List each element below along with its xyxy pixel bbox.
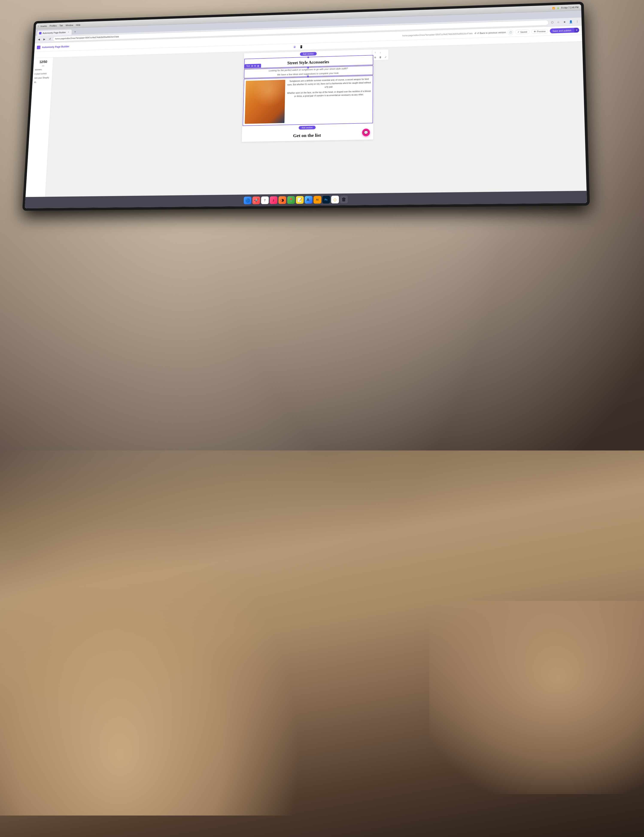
dock-launchpad[interactable]: 🚀 xyxy=(252,197,260,204)
saved-check-icon: ✓ xyxy=(518,31,519,33)
pb-logo-icon xyxy=(37,46,40,49)
sidebar-shopify-text: rom your Shopify xyxy=(34,76,51,79)
browser-chrome: Automizely Page Builder × + ◀ ▶ ↺ home-p… xyxy=(25,10,587,208)
tab-label: Automizely Page Builder xyxy=(43,31,66,34)
move-down-button[interactable]: ↓ xyxy=(378,50,383,55)
toolbar-row-2: ⧉ 🗑 ⤢ xyxy=(373,55,388,60)
add-section-middle-label: Add section xyxy=(302,126,313,129)
back-label: ↺ Back to previous version xyxy=(477,31,506,35)
nav-forward-button[interactable]: ▶ xyxy=(42,37,47,42)
preview-label: Preview xyxy=(537,30,546,33)
delete-section-button[interactable]: 🗑 xyxy=(378,55,383,60)
expand-section-button[interactable]: ⤢ xyxy=(383,55,388,59)
star-button[interactable]: ★ xyxy=(562,19,567,25)
sidebar-current-text: e your current xyxy=(34,72,51,75)
nav-refresh-button[interactable]: ↺ xyxy=(48,36,52,41)
bookmark-button[interactable]: ☆ xyxy=(556,20,561,25)
dock-notes[interactable]: 📝 xyxy=(296,196,303,204)
text-block-toolbar: Text ⊞ ⧉ 🗑 xyxy=(244,64,261,68)
text-block-label: Text xyxy=(246,65,250,67)
copy-section-button[interactable]: ⧉ xyxy=(373,55,378,60)
page-builder-app: Automizely Page Builder home-page/editor… xyxy=(25,26,587,208)
saved-badge: ✓ Saved xyxy=(515,30,529,34)
dock-finder[interactable]: 🔵 xyxy=(244,197,251,204)
dropdown-arrow-icon: ▾ xyxy=(576,29,577,31)
history-button[interactable]: 🕐 xyxy=(508,30,513,35)
menu-window[interactable]: Window xyxy=(66,24,73,26)
text-copy-icon[interactable]: ⧉ xyxy=(254,64,256,67)
menu-tmarks[interactable]: tmarks xyxy=(40,25,47,27)
mobile-view-button[interactable]: 📱 xyxy=(299,45,303,48)
counter-display: 12/50 xyxy=(35,60,51,64)
preview-eye-icon: 👁 xyxy=(534,30,536,33)
add-section-top-label: Add section xyxy=(303,53,314,55)
section-float-toolbar: ↑ ↓ ⧉ 🗑 ⤢ xyxy=(372,49,389,61)
preview-button[interactable]: 👁 Preview xyxy=(531,29,548,34)
back-arrow-icon: ↺ xyxy=(474,32,476,35)
two-cols-layout: Sunglasses are a definite summer essenti… xyxy=(243,76,373,126)
dock-illustrator[interactable]: Ai xyxy=(313,196,321,204)
sidebar-customers-text: stomers. xyxy=(35,68,51,71)
pb-app-name: Automizely Page Builder xyxy=(42,45,69,49)
dock-trash[interactable]: 🗑 xyxy=(340,195,348,204)
pb-workspace: 12/50 /50 stomers. e your current rom yo… xyxy=(26,41,587,197)
save-publish-dropdown[interactable]: ▾ xyxy=(574,28,579,33)
desktop-view-button[interactable]: 🖥 xyxy=(293,45,296,49)
system-time: Fri Apr 7 2:46 PM xyxy=(561,6,578,9)
dock-photos[interactable]: ◑ xyxy=(278,196,286,204)
nav-back-button[interactable]: ◀ xyxy=(36,37,41,42)
menu-profiles[interactable]: Profiles xyxy=(49,25,57,27)
dock-music[interactable]: ♪ xyxy=(270,196,277,204)
profile-button[interactable]: 👤 xyxy=(568,19,574,24)
new-tab-button[interactable]: + xyxy=(72,29,78,34)
save-publish-button[interactable]: Save and publish ▾ xyxy=(550,28,579,33)
add-section-middle-button[interactable]: Add section xyxy=(298,126,316,130)
text-grid-icon[interactable]: ⊞ xyxy=(251,65,253,67)
dock-maps[interactable]: 📍 xyxy=(287,196,295,204)
saved-label: Saved xyxy=(520,31,527,33)
menu-group: tmarks Profiles Tab Window Help xyxy=(40,24,80,27)
dock-ai[interactable]: A· xyxy=(305,196,312,204)
sidebar-link-text: es. xyxy=(34,80,50,84)
counter-label: /50 xyxy=(35,65,51,67)
dock-photoshop[interactable]: Ps xyxy=(322,196,330,204)
extensions-button[interactable]: ⬡ xyxy=(549,20,555,25)
browser-menu-button[interactable]: ⋮ xyxy=(574,19,580,24)
wifi-icon: 📶 xyxy=(552,7,555,10)
tab-close-button[interactable]: × xyxy=(67,31,70,33)
pb-canvas: ↑ ↓ ⧉ 🗑 ⤢ xyxy=(45,41,587,197)
tab-favicon xyxy=(39,32,41,34)
text-delete-icon[interactable]: 🗑 xyxy=(257,64,259,67)
menu-help[interactable]: Help xyxy=(76,24,80,26)
dock-sketch[interactable]: ◇ xyxy=(331,195,339,204)
apple-menu[interactable]:  xyxy=(38,25,39,27)
dock-calendar[interactable]: 7 xyxy=(261,197,269,204)
back-to-previous-button[interactable]: ↺ ↺ Back to previous version xyxy=(474,31,506,35)
chat-icon: 💬 xyxy=(364,130,368,135)
add-section-top-button[interactable]: Add section xyxy=(300,52,316,56)
text-column: Sunglasses are a definite summer essenti… xyxy=(287,77,371,123)
image-column xyxy=(245,80,285,124)
body-paragraph-1: Sunglasses are a definite summer essenti… xyxy=(287,77,371,90)
battery-icon: 🔋 xyxy=(557,7,559,9)
body-paragraph-2: Whether worn on the face, on the top of … xyxy=(287,89,371,98)
two-column-section: Sunglasses are a definite summer essenti… xyxy=(243,75,373,126)
product-image xyxy=(245,80,285,124)
screen-display:  tmarks Profiles Tab Window Help 📶 🔋 Fr… xyxy=(25,4,587,208)
menu-tab[interactable]: Tab xyxy=(59,24,63,26)
save-publish-main[interactable]: Save and publish xyxy=(550,28,574,33)
laptop-screen-bezel:  tmarks Profiles Tab Window Help 📶 🔋 Fr… xyxy=(22,2,590,211)
url-text: home-page/editor2/new?template=5f047ccf4… xyxy=(55,36,119,40)
save-publish-label: Save and publish xyxy=(552,29,572,32)
pb-url: home-page/editor2/new?template=5f047ccf4… xyxy=(402,33,473,37)
system-bar-right: 📶 🔋 Fri Apr 7 2:46 PM xyxy=(552,6,578,10)
toolbar-row-1: ↑ ↓ xyxy=(373,50,388,55)
page-content: ↑ ↓ ⧉ 🗑 ⤢ xyxy=(242,49,374,142)
